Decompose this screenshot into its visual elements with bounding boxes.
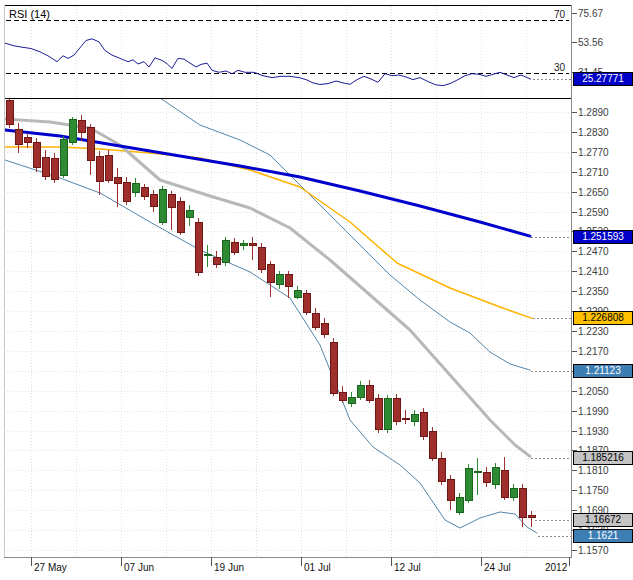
date-label: 01 Jul — [304, 562, 331, 573]
candle-body-down — [195, 222, 202, 273]
candle-body-down — [33, 143, 40, 167]
candle-body-up — [384, 398, 391, 430]
date-label: 2012 — [545, 562, 567, 573]
candle-body-down — [429, 432, 436, 458]
date-label: 24 Jul — [484, 562, 511, 573]
date-label: 12 Jul — [394, 562, 421, 573]
candle-body-down — [231, 242, 238, 252]
candle-body-down — [249, 244, 256, 246]
candle-body-down — [483, 472, 490, 483]
candle-body-up — [510, 488, 517, 497]
price-scale-label: 1.2170 — [578, 346, 609, 357]
candle-body-down — [339, 392, 346, 400]
candle-body-up — [60, 140, 67, 175]
candle-body-up — [222, 240, 229, 263]
candle-body-down — [258, 247, 265, 270]
candle-body-up — [474, 471, 481, 473]
price-scale-label: 1.2470 — [578, 246, 609, 257]
rsi-level-label: 30 — [554, 62, 565, 73]
candle-body-down — [213, 257, 220, 265]
candle-body-down — [6, 100, 13, 125]
candle-body-down — [528, 515, 535, 518]
price-scale-label: 1.1810 — [578, 465, 609, 476]
price-pane — [5, 98, 537, 533]
candle-body-down — [303, 293, 310, 312]
blue-ma-line — [5, 130, 530, 236]
price-badge: 1.226808 — [573, 311, 633, 325]
candle-body-up — [456, 497, 463, 512]
price-scale-label: 1.2590 — [578, 207, 609, 218]
candle-body-down — [105, 155, 112, 180]
candle-body-down — [168, 195, 175, 208]
candle-body-down — [141, 188, 148, 197]
rsi-line — [5, 39, 531, 86]
candle-body-down — [366, 385, 373, 400]
candle-body-down — [438, 458, 445, 482]
date-label: 19 Jun — [214, 562, 244, 573]
candle-body-up — [492, 467, 499, 485]
candle-body-down — [78, 121, 85, 133]
candle-body-up — [204, 254, 211, 255]
candle-body-up — [240, 244, 247, 246]
price-scale-label: 1.2230 — [578, 326, 609, 337]
rsi-scale-label: 53.56 — [578, 37, 603, 48]
price-scale-label: 1.2710 — [578, 167, 609, 178]
price-badge: 1.16672 — [573, 513, 633, 527]
candle-body-down — [375, 398, 382, 430]
candle-body-up — [294, 290, 301, 297]
price-scale-label: 1.1930 — [578, 426, 609, 437]
price-scale-label: 1.2350 — [578, 286, 609, 297]
candle-body-down — [321, 323, 328, 335]
candle-body-down — [519, 488, 526, 517]
candle-body-down — [501, 470, 508, 497]
price-badge: 25.27771 — [573, 72, 633, 86]
candle-body-down — [15, 130, 22, 145]
price-badge: 1.185216 — [573, 451, 633, 465]
candle-body-down — [150, 195, 157, 207]
candle-body-up — [357, 385, 364, 397]
candle-body-down — [24, 138, 31, 143]
price-badge: 1.1621 — [573, 529, 633, 543]
price-scale-label: 1.1570 — [578, 545, 609, 556]
rsi-indicator-label: RSI (14) — [9, 8, 50, 20]
rsi-pane-border — [5, 6, 572, 99]
candle-body-down — [51, 158, 58, 179]
price-scale-label: 1.2890 — [578, 107, 609, 118]
candle-body-up — [276, 275, 283, 285]
candle-body-down — [402, 419, 409, 420]
price-badge: 1.21123 — [573, 364, 633, 378]
candle-body-up — [465, 468, 472, 500]
price-scale-label: 1.2050 — [578, 386, 609, 397]
candle-body-down — [114, 177, 121, 183]
price-badge: 1.251593 — [573, 230, 633, 244]
price-scale-label: 1.2650 — [578, 187, 609, 198]
candle-body-up — [69, 120, 76, 143]
candle-body-down — [312, 313, 319, 327]
candle-body-up — [132, 183, 139, 193]
price-scale-label: 1.1990 — [578, 406, 609, 417]
candle-body-down — [123, 182, 130, 202]
candle-body-up — [186, 211, 193, 218]
candle-body-up — [348, 397, 355, 403]
candle-body-down — [393, 398, 400, 422]
candle-body-down — [42, 157, 49, 176]
chart-canvas[interactable] — [0, 0, 633, 580]
candle-body-down — [420, 413, 427, 437]
candle-body-down — [87, 128, 94, 160]
date-label: 07 Jun — [124, 562, 154, 573]
candle-body-down — [330, 343, 337, 393]
candle-body-down — [285, 275, 292, 287]
price-scale-label: 1.2410 — [578, 266, 609, 277]
candle-body-down — [447, 480, 454, 500]
candle-body-down — [267, 265, 274, 283]
date-label: 27 May — [34, 562, 67, 573]
price-scale-label: 1.1750 — [578, 485, 609, 496]
candles-group — [6, 99, 535, 527]
candle-body-up — [159, 190, 166, 223]
chart-window: RSI (14) 703075.6753.5631.451.28901.2830… — [0, 0, 633, 580]
candle-body-down — [96, 156, 103, 181]
candle-body-down — [177, 202, 184, 232]
upper-band-line — [160, 98, 530, 370]
rsi-level-label: 70 — [554, 9, 565, 20]
candle-body-up — [411, 415, 418, 422]
